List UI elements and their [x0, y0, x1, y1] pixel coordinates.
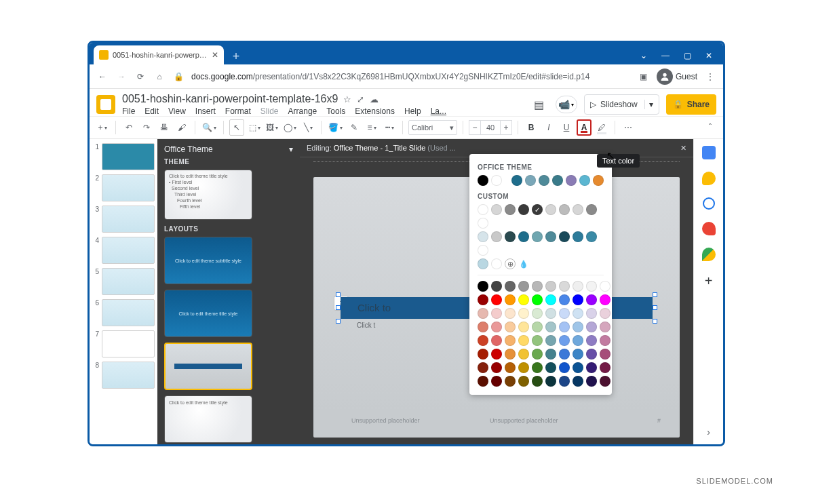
tasks-icon[interactable] — [703, 197, 715, 210]
color-swatch[interactable] — [505, 281, 516, 292]
color-swatch[interactable] — [478, 294, 488, 305]
color-swatch[interactable] — [586, 376, 597, 387]
color-swatch[interactable] — [545, 281, 556, 292]
color-swatch[interactable] — [600, 349, 610, 360]
slide-thumbnail[interactable] — [102, 237, 155, 264]
color-swatch[interactable] — [559, 308, 570, 319]
textbox-tool[interactable]: ⬚ — [247, 119, 262, 136]
menu-extensions[interactable]: Extensions — [355, 106, 395, 116]
border-dash-button[interactable]: ┅ — [382, 119, 397, 136]
color-swatch[interactable] — [532, 362, 543, 373]
color-swatch[interactable] — [573, 294, 583, 305]
color-swatch[interactable] — [573, 376, 583, 387]
color-swatch[interactable] — [505, 231, 516, 242]
color-swatch[interactable] — [545, 231, 556, 242]
color-swatch[interactable] — [573, 308, 583, 319]
add-custom-color-button[interactable]: ⊕ — [505, 258, 516, 269]
calendar-icon[interactable] — [702, 146, 716, 159]
color-swatch[interactable] — [586, 294, 597, 305]
window-chevron[interactable]: ⌄ — [639, 51, 648, 60]
eyedropper-button[interactable]: 💧 — [518, 258, 529, 269]
color-swatch[interactable] — [478, 322, 488, 332]
color-swatch[interactable] — [478, 245, 488, 256]
color-swatch[interactable] — [600, 376, 610, 387]
color-swatch[interactable] — [491, 349, 502, 360]
color-swatch[interactable] — [518, 308, 529, 319]
color-swatch[interactable] — [478, 335, 488, 346]
color-swatch[interactable] — [600, 362, 610, 373]
color-swatch[interactable] — [491, 308, 502, 319]
color-swatch[interactable] — [505, 294, 516, 305]
color-swatch[interactable] — [545, 294, 556, 305]
layout-card[interactable]: Click to edit theme subtitle style — [164, 237, 252, 284]
italic-button[interactable]: I — [541, 119, 556, 136]
color-swatch[interactable] — [559, 281, 570, 292]
color-swatch[interactable] — [545, 362, 556, 373]
color-swatch[interactable] — [545, 376, 556, 387]
window-minimize[interactable]: — — [661, 51, 670, 60]
color-swatch[interactable] — [600, 335, 610, 346]
menu-more[interactable]: La... — [431, 106, 446, 116]
color-swatch[interactable] — [573, 349, 583, 360]
browser-tab[interactable]: 0051-hoshin-kanri-powerpoint-t ✕ — [94, 45, 224, 64]
menu-file[interactable]: File — [122, 106, 135, 116]
browser-menu-icon[interactable]: ⋮ — [704, 71, 716, 83]
color-swatch[interactable] — [559, 362, 570, 373]
redo-button[interactable]: ↷ — [139, 119, 154, 136]
color-swatch[interactable] — [586, 335, 597, 346]
toolbar-more-button[interactable]: ⋯ — [621, 119, 636, 136]
color-swatch[interactable] — [586, 204, 597, 215]
color-swatch[interactable] — [593, 175, 604, 186]
color-swatch[interactable] — [518, 231, 529, 242]
menu-arrange[interactable]: Arrange — [288, 106, 317, 116]
color-swatch[interactable] — [573, 231, 583, 242]
color-swatch[interactable] — [505, 349, 516, 360]
color-swatch[interactable] — [559, 231, 570, 242]
color-swatch[interactable] — [532, 231, 543, 242]
slide-thumbnail[interactable] — [102, 362, 155, 389]
color-swatch[interactable] — [478, 281, 488, 292]
color-swatch[interactable] — [600, 281, 610, 292]
color-swatch[interactable] — [532, 322, 543, 332]
color-swatch[interactable] — [491, 231, 502, 242]
color-swatch[interactable] — [491, 322, 502, 332]
contacts-icon[interactable] — [702, 222, 716, 235]
color-swatch[interactable] — [491, 281, 502, 292]
menu-view[interactable]: View — [168, 106, 186, 116]
color-swatch[interactable] — [559, 376, 570, 387]
layout-card[interactable]: Click to edit theme title style — [164, 395, 252, 443]
tab-close-icon[interactable]: ✕ — [212, 50, 218, 60]
share-button[interactable]: 🔒 Share — [666, 94, 716, 115]
color-swatch[interactable] — [559, 204, 570, 215]
color-swatch[interactable] — [505, 308, 516, 319]
color-swatch[interactable] — [518, 349, 529, 360]
slide-thumbnail[interactable] — [102, 174, 155, 201]
color-swatch[interactable] — [478, 308, 488, 319]
slide-thumbnail[interactable] — [102, 143, 155, 170]
menu-format[interactable]: Format — [225, 106, 251, 116]
color-swatch[interactable] — [600, 294, 610, 305]
image-tool[interactable]: 🖼 — [265, 119, 279, 136]
install-icon[interactable]: ▣ — [638, 71, 650, 83]
nav-home-icon[interactable]: ⌂ — [153, 71, 166, 83]
border-color-button[interactable]: ✎ — [347, 119, 362, 136]
paint-format-button[interactable]: 🖌 — [174, 119, 189, 136]
color-swatch[interactable] — [600, 322, 610, 332]
color-swatch[interactable] — [532, 349, 543, 360]
color-swatch[interactable] — [579, 175, 590, 186]
addons-plus-icon[interactable]: + — [705, 273, 713, 289]
color-swatch[interactable] — [573, 335, 583, 346]
color-swatch[interactable] — [518, 204, 529, 215]
meet-button[interactable]: 📹▾ — [556, 96, 577, 113]
side-panel-collapse-icon[interactable]: › — [707, 427, 710, 438]
color-swatch[interactable] — [539, 175, 549, 186]
undo-button[interactable]: ↶ — [121, 119, 136, 136]
maps-icon[interactable] — [702, 248, 716, 261]
menu-help[interactable]: Help — [404, 106, 421, 116]
color-swatch[interactable] — [505, 362, 516, 373]
url-display[interactable]: docs.google.com/presentation/d/1Vs8x22C3… — [191, 72, 631, 81]
select-tool[interactable]: ↖ — [229, 119, 244, 136]
star-icon[interactable]: ☆ — [343, 94, 351, 104]
color-swatch[interactable] — [559, 335, 570, 346]
color-swatch[interactable] — [478, 204, 488, 215]
